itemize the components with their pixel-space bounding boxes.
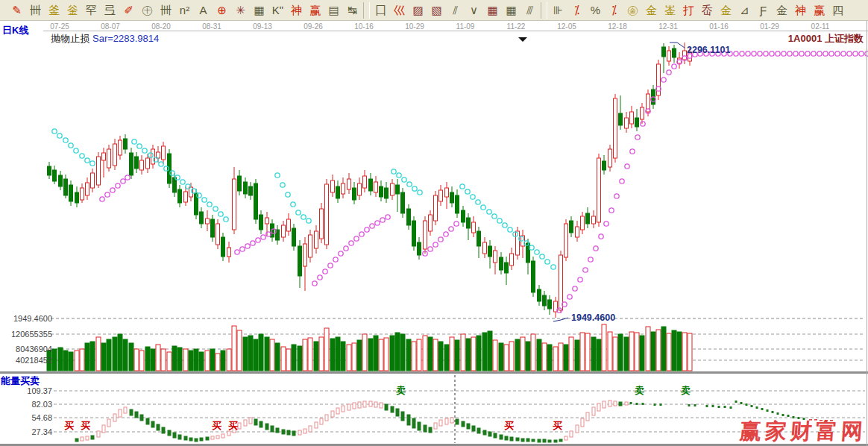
volume-bar [129,343,133,371]
candle-body [315,231,318,248]
energy-bar [86,436,89,440]
starburst-icon[interactable]: ✳ [231,1,250,19]
gann-fan-icon[interactable]: 巛 [390,1,409,19]
sar-dot [318,275,322,280]
percent-icon[interactable]: % [586,1,605,19]
gold-bar-icon[interactable]: 崟 [661,1,679,19]
candle-body [559,255,563,310]
width-arrows-icon[interactable]: ↹ [343,1,362,19]
candle-body [86,183,89,195]
gold-underline-icon[interactable]: 金 [717,1,735,19]
dense-grid-2-icon[interactable]: ▦ [502,1,521,19]
sar-dot [764,51,768,56]
j-diagonal-icon[interactable]: ⊿ [735,1,754,19]
plot-canvas[interactable]: 1949.46001206553558043690440218452109.37… [0,21,868,446]
ying-diagonal-icon[interactable]: 赢 [810,1,828,19]
energy-dot [746,403,748,406]
volume-bar [145,347,150,371]
shaded-box-icon[interactable]: ▨ [409,1,427,19]
grid-f-icon[interactable]: 罕 [82,1,101,19]
candle-body [412,221,416,246]
hatch-lines-icon[interactable]: 卌 [26,1,45,19]
circle-cycle-icon[interactable]: ㊉ [138,1,157,19]
sar-dot [213,207,218,211]
gold-section-icon[interactable]: 釜 [45,1,63,19]
diagonal-lines-icon[interactable]: ⫽ [446,1,465,19]
energy-dot [724,406,726,408]
volume-bar [319,337,324,371]
sar-dot [599,234,603,239]
trend-percent-icon[interactable]: ⁒ [567,1,586,19]
candle-body [353,188,356,200]
ying-tool-icon[interactable]: 赢 [306,1,324,19]
energy-bar [168,430,171,436]
energy-bar [140,415,143,421]
shen-tool-icon[interactable]: 神 [287,1,306,19]
hatch-lines-2-icon[interactable]: 卌 [157,1,175,19]
energy-bar [516,438,519,441]
pin-brush-icon[interactable]: 打 [679,1,698,19]
shaded-box-2-icon[interactable]: ▧ [427,1,446,19]
candle-body [434,195,438,221]
sar-dot [235,250,239,254]
gold-circle-icon[interactable]: ㊎ [623,1,642,19]
energy-bar [162,427,165,433]
energy-bar [543,439,546,442]
sar-dot [286,192,290,197]
sar-dot [90,161,95,166]
energy-bar [260,421,262,427]
sar-dot [245,244,250,248]
grid-ruler-icon[interactable]: ▤ [324,1,343,19]
gold-diagonal-icon[interactable]: 金 [773,1,791,19]
energy-bar [135,412,138,418]
parallel-lines-icon[interactable]: ⫻ [521,1,539,19]
av-tool-icon[interactable]: 岙 [698,1,717,19]
sar-dot [57,134,62,138]
volume-bar [624,337,629,371]
energy-bar [450,418,453,423]
candle-body [456,195,459,213]
quote-k-icon[interactable]: Kʺ [268,1,287,19]
candle-body [500,257,503,270]
sar-dot [817,51,822,56]
crosshair-icon[interactable]: ⊕ [213,1,231,19]
energy-bar [374,402,377,407]
percent-line-icon[interactable]: ⁒ [605,1,623,19]
energy-bar [391,406,394,412]
box-tool-icon[interactable]: 囗 [371,1,390,19]
shen-diagonal-icon[interactable]: 神 [791,1,810,19]
sar-dot [339,251,343,256]
candle-body [124,139,128,149]
volume-bar [96,337,101,371]
chart-area[interactable]: 07-2508-0708-2008-3109-1309-2610-1610-29… [0,21,868,446]
volume-bar [466,339,471,371]
candle-body [462,210,465,222]
volume-bar [640,336,644,371]
dense-grid-icon[interactable]: ▦ [483,1,502,19]
n-squared-icon[interactable]: n² [175,1,194,19]
f-diagonal-icon[interactable]: Ƒ [754,1,773,19]
energy-dot [688,404,691,406]
energy-dot [694,404,696,406]
gold-section-2-icon[interactable]: 釡 [63,1,82,19]
spiral-icon[interactable]: 弖 [101,1,119,19]
sar-dot [476,200,480,204]
angle-icon[interactable]: A [194,1,213,19]
draw-pen-icon[interactable]: ✎ [7,1,26,19]
brush-icon[interactable]: ✐ [119,1,138,19]
candle-body [75,192,79,203]
four-diagonal-icon[interactable]: 四 [828,1,847,19]
candle-body [97,157,101,185]
volume-bar [602,324,606,371]
gold-circle-2-icon[interactable]: 金 [642,1,661,19]
energy-bar [385,404,388,410]
candle-body [619,113,623,125]
ruler-dots-icon[interactable]: ⊪ [549,1,567,19]
candle-body [309,235,312,257]
candle-body [221,237,225,257]
grid-box-icon[interactable]: ▦ [250,1,268,19]
sar-dot [823,51,828,56]
zigzag-icon[interactable]: ∨ [465,1,483,19]
candle-body [667,51,671,61]
candle-body [135,157,139,169]
